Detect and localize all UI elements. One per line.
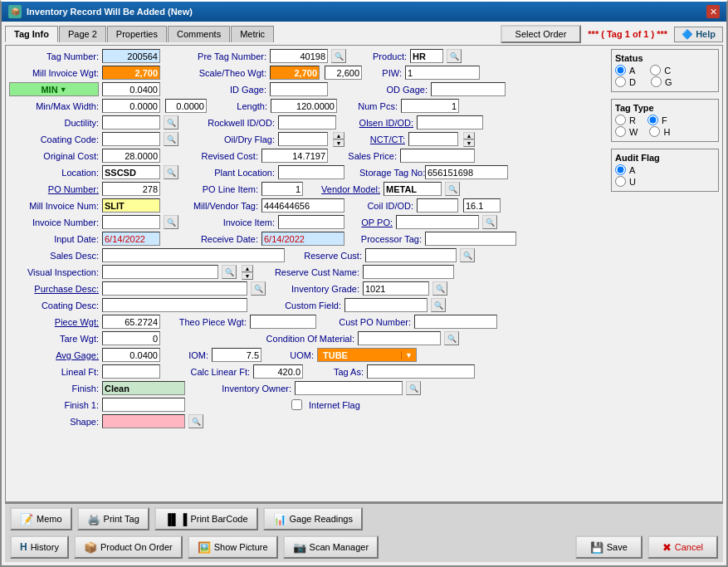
condition-field[interactable] xyxy=(358,331,441,345)
print-barcode-button[interactable]: ▐▌▐ Print BarCode xyxy=(154,507,258,530)
tag-as-field[interactable] xyxy=(367,364,475,379)
tag-number-field[interactable]: 200564 xyxy=(102,49,160,63)
po-number-field[interactable]: 278 xyxy=(102,182,160,196)
length-field[interactable]: 120.0000 xyxy=(271,99,337,113)
mill-invoice-wgt-field[interactable]: 2,700 xyxy=(102,66,160,80)
iom-field[interactable]: 7.5 xyxy=(212,348,261,362)
audit-radio-a[interactable] xyxy=(615,164,626,175)
storage-tag-field[interactable]: 656151698 xyxy=(425,165,508,179)
shape-search-button[interactable]: 🔍 xyxy=(188,414,203,428)
select-order-button[interactable]: Select Order xyxy=(501,25,582,43)
purchase-desc-field[interactable] xyxy=(102,281,247,296)
revised-cost-field[interactable]: 14.7197 xyxy=(261,149,328,163)
processor-tag-field[interactable] xyxy=(425,232,516,246)
tagtype-radio-r[interactable] xyxy=(615,115,626,125)
reserve-cust-search-button[interactable]: 🔍 xyxy=(460,248,475,262)
min-val-field[interactable]: 0.0400 xyxy=(102,82,160,96)
status-radio-d[interactable] xyxy=(615,76,626,87)
print-tag-button[interactable]: 🖨️ Print Tag xyxy=(77,507,149,530)
original-cost-field[interactable]: 28.0000 xyxy=(102,149,160,163)
cust-po-field[interactable] xyxy=(414,315,497,329)
coating-search-button[interactable]: 🔍 xyxy=(164,132,178,146)
inventory-owner-search-button[interactable]: 🔍 xyxy=(406,381,421,395)
tab-tag-info[interactable]: Tag Info xyxy=(5,26,58,42)
coating-desc-field[interactable] xyxy=(102,298,247,312)
close-button[interactable]: ✕ xyxy=(706,5,720,18)
visual-search-button[interactable]: 🔍 xyxy=(222,265,237,279)
piw-field[interactable]: 1 xyxy=(405,66,480,80)
invoice-item-field[interactable] xyxy=(278,215,344,229)
oil-dry-down[interactable]: ▼ xyxy=(333,139,344,147)
scale-theo-wgt-field[interactable]: 2,700 xyxy=(270,66,320,80)
plant-location-field[interactable] xyxy=(278,165,344,179)
internet-flag-checkbox[interactable] xyxy=(291,399,302,410)
visual-down[interactable]: ▼ xyxy=(242,272,253,280)
nct-up[interactable]: ▲ xyxy=(463,132,475,139)
memo-button[interactable]: 📝 Memo xyxy=(10,507,72,530)
cancel-button[interactable]: ✖ Cancel xyxy=(647,535,718,559)
num-pcs-field[interactable]: 1 xyxy=(401,99,459,113)
shape-field[interactable] xyxy=(102,414,185,428)
help-button[interactable]: 🔷 Help xyxy=(674,27,723,42)
mill-invoice-num-field[interactable]: SLIT xyxy=(102,198,160,213)
op-po-field[interactable] xyxy=(396,215,479,229)
visual-up[interactable]: ▲ xyxy=(242,265,253,272)
nct-down[interactable]: ▼ xyxy=(463,139,475,147)
status-radio-g[interactable] xyxy=(651,76,662,87)
vendor-model-search-button[interactable]: 🔍 xyxy=(445,182,460,196)
sales-desc-field[interactable] xyxy=(102,248,285,262)
min-width-field[interactable]: 0.0000 xyxy=(102,99,160,113)
inventory-owner-field[interactable] xyxy=(295,381,403,395)
od-gage-field[interactable] xyxy=(431,82,506,96)
id-gage-field[interactable] xyxy=(270,82,328,96)
coating-code-field[interactable] xyxy=(102,132,160,146)
lineal-ft-field[interactable] xyxy=(102,364,160,379)
olsen-field[interactable] xyxy=(417,115,483,130)
ductility-search-button[interactable]: 🔍 xyxy=(164,115,178,130)
tare-wgt-field[interactable]: 0 xyxy=(102,331,160,345)
op-po-search-button[interactable]: 🔍 xyxy=(482,215,497,229)
pre-tag-search-button[interactable]: 🔍 xyxy=(331,49,346,63)
input-date-field[interactable]: 6/14/2022 xyxy=(102,232,160,246)
max-width-field[interactable]: 0.0000 xyxy=(165,99,207,113)
piece-wgt-field[interactable]: 65.2724 xyxy=(102,315,160,329)
sales-price-field[interactable] xyxy=(400,149,475,163)
gage-readings-button[interactable]: 📊 Gage Readings xyxy=(263,507,363,530)
pre-tag-number-field[interactable]: 40198 xyxy=(270,49,328,63)
tab-page2[interactable]: Page 2 xyxy=(59,26,106,42)
product-search-button[interactable]: 🔍 xyxy=(447,49,462,63)
nct-ct-field[interactable] xyxy=(408,132,458,146)
status-radio-a[interactable] xyxy=(615,65,626,76)
visual-inspection-field[interactable] xyxy=(102,265,218,279)
invoice-number-field[interactable] xyxy=(102,215,160,229)
uom-dropdown-button[interactable]: ▼ xyxy=(401,351,416,359)
vendor-model-field[interactable]: METAL xyxy=(384,182,442,196)
location-field[interactable]: SSCSD xyxy=(102,165,160,179)
tagtype-radio-f[interactable] xyxy=(647,115,658,125)
ductility-field[interactable] xyxy=(102,115,160,130)
calc-linear-ft-field[interactable]: 420.0 xyxy=(253,364,303,379)
scan-manager-button[interactable]: 📷 Scan Manager xyxy=(283,535,379,559)
tab-metric[interactable]: Metric xyxy=(231,26,274,42)
custom-field-search-button[interactable]: 🔍 xyxy=(431,298,446,312)
location-search-button[interactable]: 🔍 xyxy=(164,165,178,179)
audit-radio-u[interactable] xyxy=(615,176,626,187)
status-radio-c[interactable] xyxy=(650,65,661,76)
coil-id-field[interactable] xyxy=(417,198,458,213)
product-on-order-button[interactable]: 📦 Product On Order xyxy=(74,535,183,559)
custom-field-input[interactable] xyxy=(344,298,428,312)
finish-field[interactable]: Clean xyxy=(102,381,185,395)
oil-dry-up[interactable]: ▲ xyxy=(333,132,344,139)
avg-gage-field[interactable]: 0.0400 xyxy=(102,348,160,362)
tagtype-radio-w[interactable] xyxy=(615,126,626,137)
rockwell-field[interactable] xyxy=(278,115,336,130)
inventory-grade-search-button[interactable]: 🔍 xyxy=(432,281,447,296)
product-field[interactable]: HR xyxy=(410,49,443,63)
mill-vendor-tag-field[interactable]: 444644656 xyxy=(261,198,344,213)
receive-date-field[interactable]: 6/14/2022 xyxy=(261,232,344,246)
save-button[interactable]: 💾 Save xyxy=(575,535,642,559)
show-picture-button[interactable]: 🖼️ Show Picture xyxy=(188,535,278,559)
reserve-cust-name-field[interactable] xyxy=(363,265,454,279)
coil-od-field[interactable]: 16.1 xyxy=(463,198,501,213)
tagtype-radio-h[interactable] xyxy=(649,126,660,137)
